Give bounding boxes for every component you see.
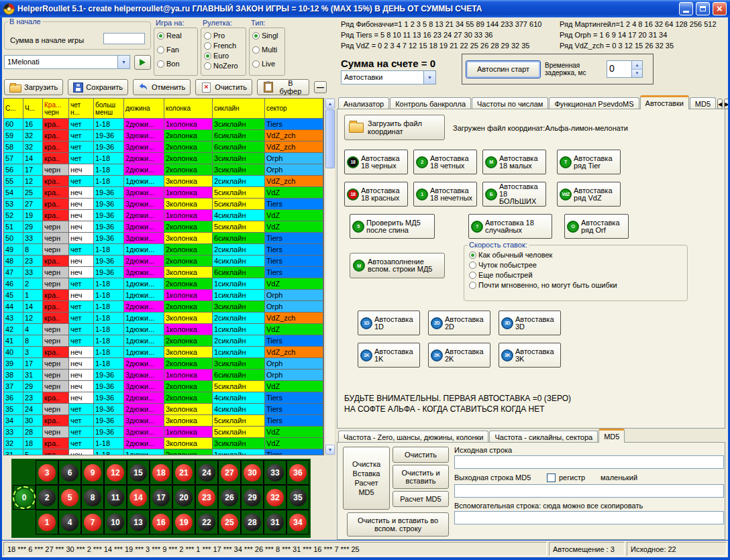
tab-md5[interactable]: MD5 (598, 429, 625, 443)
clear-button[interactable]: Очистить (393, 447, 449, 463)
register-checkbox[interactable] (547, 473, 556, 482)
board-cell-11[interactable]: 11 (104, 485, 127, 510)
table-row[interactable]: 4312кра..чет1-181дюжи...3колонка2сиклайн… (4, 313, 323, 324)
save-button[interactable]: Сохранить (68, 79, 128, 95)
tab-частоты-по-числам[interactable]: Частоты по числам (472, 97, 548, 109)
clear-button[interactable]: Очистить (195, 79, 252, 95)
table-row[interactable]: 5617черннеч1-182дюжи...2колонка3сиклайнO… (4, 164, 323, 176)
clear-paste-helper-button[interactable]: Очистить и вставить во вспом. строку (347, 512, 449, 537)
source-string-input[interactable] (454, 455, 724, 469)
tab-контроль-банкролла[interactable]: Контроль банкролла (390, 97, 471, 109)
close-button[interactable] (713, 2, 727, 15)
board-cell-21[interactable]: 21 (172, 460, 195, 485)
table-row[interactable]: 498чернчет1-181дюжи...2колонка2сиклайнTi… (4, 244, 323, 256)
board-cell-18[interactable]: 18 (150, 460, 172, 485)
table-row[interactable]: 3729черннеч19-363дюжи...2колонка5сиклайн… (4, 381, 323, 392)
table-row[interactable]: 3328чернчет19-363дюжи...1колонка5сиклайн… (4, 427, 323, 438)
table-row[interactable]: 3524чернчет19-362дюжи...3колонка4сиклайн… (4, 404, 323, 415)
board-cell-30[interactable]: 30 (241, 460, 264, 485)
table-row[interactable]: 5129черннеч19-363дюжи...2колонка5сиклайн… (4, 221, 323, 233)
board-cell-20[interactable]: 20 (172, 485, 195, 510)
board-cell-35[interactable]: 35 (286, 485, 309, 510)
board-cell-12[interactable]: 12 (104, 460, 127, 485)
table-row[interactable]: 5219кра..неч19-362дюжи...1колонка4сиклай… (4, 210, 323, 221)
tab-автоставки[interactable]: Автоставки (640, 95, 689, 109)
tab-анализатор[interactable]: Анализатор (338, 97, 389, 109)
buffer-button[interactable]: В буфер (257, 79, 309, 95)
autobet-button[interactable]: VdZАвтоставка ряд VdZ (557, 182, 621, 207)
autobet-button[interactable]: 3KАвтоставка 3K (499, 343, 561, 368)
board-cell-13[interactable]: 13 (127, 510, 150, 535)
table-row[interactable]: 462чернчет1-181дюжи...2колонка1сиклайнVd… (4, 278, 323, 290)
autobet-button[interactable]: OАвтоставка ряд Orf (564, 214, 629, 239)
table-row[interactable]: 5512кра..чет1-181дюжи...3колонка2сиклайн… (4, 176, 323, 187)
preset-combobox[interactable]: 1Melonati (4, 55, 130, 69)
autobet-button[interactable]: ?Автоставка 18 случайных (468, 214, 552, 239)
autobet-button[interactable]: 18Автоставка 18 черных (344, 150, 408, 174)
table-row[interactable]: 403кра..неч1-181дюжи...3колонка1сиклайнV… (4, 347, 323, 358)
board-cell-27[interactable]: 27 (218, 460, 241, 485)
md5-output-input[interactable] (454, 484, 724, 498)
delay-spinner[interactable]: 0 (607, 60, 643, 78)
table-scrollbar[interactable] (325, 98, 335, 455)
autobet-button[interactable]: 2DАвтоставка 2D (428, 311, 490, 335)
scroll-up-icon[interactable] (325, 99, 335, 109)
board-cell-2[interactable]: 2 (36, 485, 58, 510)
autobet-button[interactable]: 18Автоставка 18 красных (344, 182, 408, 207)
board-cell-7[interactable]: 7 (81, 510, 104, 535)
autobet-button[interactable]: 1Автоставка 18 нечетных (413, 182, 477, 207)
autobet-button[interactable]: 2Автоставка 18 четных (413, 150, 477, 174)
table-row[interactable]: 5033черннеч19-363дюжи...3колонка6сиклайн… (4, 233, 323, 244)
autobet-button[interactable]: TАвтоставка ряд Tier (557, 150, 621, 174)
board-cell-1[interactable]: 1 (36, 510, 58, 535)
chevron-down-icon[interactable] (117, 56, 129, 68)
table-row[interactable]: 315кра..неч1-181дюжи...2колонка1сиклайнT… (4, 449, 323, 455)
board-cell-3[interactable]: 3 (36, 460, 58, 485)
autobet-button[interactable]: 2KАвтоставка 2K (428, 343, 490, 368)
autobet-button[interactable]: 1DАвтоставка 1D (358, 311, 420, 335)
md5-ops-button[interactable]: Очистка Вставка Расчет MD5 (343, 447, 390, 510)
table-row[interactable]: 451кра..неч1-181дюжи...1колонка1сиклайнO… (4, 290, 323, 301)
board-cell-29[interactable]: 29 (241, 485, 264, 510)
autobet-button[interactable]: БАвтоставка 18 БОЛЬШИХ (482, 182, 546, 207)
table-row[interactable]: 424чернчет1-181дюжи...1колонка1сиклайнVd… (4, 324, 323, 335)
board-cell-14[interactable]: 14 (127, 485, 150, 510)
type-option[interactable]: Singl (252, 32, 282, 40)
board-cell-34[interactable]: 34 (286, 510, 309, 535)
table-row[interactable]: 4733черннеч19-363дюжи...3колонка6сиклайн… (4, 267, 323, 278)
table-row[interactable]: 3623кра..неч19-362дюжи...2колонка4сиклай… (4, 392, 323, 404)
table-row[interactable]: 3218кра..чет1-182дюжи...3колонка3сиклайн… (4, 438, 323, 449)
board-cell-26[interactable]: 26 (218, 485, 241, 510)
clear-and-paste-button[interactable]: Очистить и вставить (393, 465, 449, 489)
table-row[interactable]: 3831черннеч19-363дюжи...1колонка6сиклайн… (4, 370, 323, 381)
table-row[interactable]: 4414кра..чет1-182дюжи...2колонка3сиклайн… (4, 301, 323, 313)
autobet-button[interactable]: 3DАвтоставка 3D (499, 311, 561, 335)
board-cell-32[interactable]: 32 (264, 485, 286, 510)
board-cell-28[interactable]: 28 (241, 510, 264, 535)
table-row[interactable]: 5714кра..чет1-182дюжи...2колонка3сиклайн… (4, 153, 323, 164)
play-button[interactable] (134, 55, 151, 70)
autospin-start-button[interactable]: Автоспин старт (466, 60, 541, 78)
roulette-option[interactable]: Pro (204, 32, 243, 40)
board-cell-22[interactable]: 22 (195, 510, 218, 535)
board-cell-8[interactable]: 8 (81, 485, 104, 510)
scroll-down-icon[interactable] (325, 445, 335, 455)
board-cell-0[interactable]: 0 (13, 485, 36, 510)
table-row[interactable]: 4823кра..неч19-362дюжи...2колонка4сиклай… (4, 256, 323, 267)
board-cell-9[interactable]: 9 (81, 460, 104, 485)
type-option[interactable]: Live (252, 60, 282, 68)
start-sum-input[interactable] (103, 33, 145, 44)
board-cell-17[interactable]: 17 (150, 485, 172, 510)
speed-option[interactable]: Чуток побыстрее (469, 261, 682, 269)
board-cell-16[interactable]: 16 (150, 510, 172, 535)
game-on-option[interactable]: Bon (157, 60, 195, 68)
mode-combobox[interactable]: Автоставки (341, 70, 436, 85)
board-cell-33[interactable]: 33 (264, 460, 286, 485)
table-row[interactable]: 5327кра..неч19-363дюжи...3колонка5сиклай… (4, 199, 323, 210)
maximize-button[interactable] (696, 2, 710, 15)
board-cell-19[interactable]: 19 (172, 510, 195, 535)
speed-option[interactable]: Как обычный человек (469, 251, 682, 259)
roulette-option[interactable]: Euro (204, 52, 243, 60)
board-cell-24[interactable]: 24 (195, 460, 218, 485)
helper-string-input[interactable] (454, 511, 724, 524)
